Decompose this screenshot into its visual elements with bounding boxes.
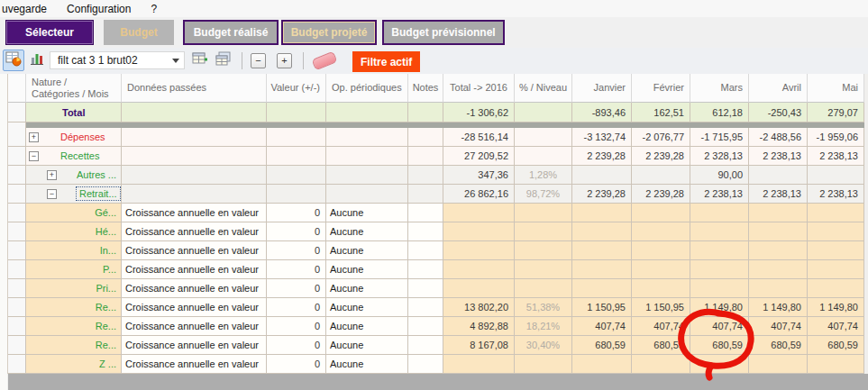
cell-mars[interactable] (690, 222, 749, 241)
cell-avr[interactable]: 407,74 (749, 317, 808, 336)
cell-total[interactable] (443, 241, 515, 260)
category-label[interactable]: Total (62, 107, 85, 118)
cell-jan[interactable]: 2 239,28 (572, 185, 632, 204)
cell-valeur[interactable]: 0 (267, 355, 326, 374)
cell-jan[interactable] (572, 222, 632, 241)
cell-jan[interactable]: -893,46 (572, 103, 632, 122)
cell-mai[interactable]: 2 238,13 (808, 147, 864, 166)
cell-mars[interactable] (690, 204, 749, 222)
cell-avr[interactable] (749, 222, 808, 241)
cell-fev[interactable]: -2 076,77 (632, 128, 690, 147)
collapse-all-button[interactable]: − (251, 53, 266, 68)
cell-fev[interactable] (632, 355, 690, 374)
cell-notes[interactable] (408, 103, 443, 122)
cell-avr[interactable]: 680,59 (749, 336, 808, 355)
cell-total[interactable] (443, 222, 515, 241)
cell-jan[interactable]: 1 150,95 (572, 298, 632, 317)
cell-avr[interactable]: -250,43 (749, 103, 808, 122)
cell-notes[interactable] (408, 222, 443, 241)
cell-fev[interactable]: 1 150,95 (632, 298, 690, 317)
eraser-icon[interactable] (312, 51, 338, 71)
column-header-jan[interactable]: Janvier (572, 74, 632, 103)
cell-donnees[interactable] (122, 128, 267, 147)
cell-valeur[interactable] (267, 166, 326, 185)
cell-sel[interactable] (8, 336, 26, 355)
cell-notes[interactable] (408, 317, 443, 336)
cell-mai[interactable] (808, 260, 864, 279)
cell-jan[interactable] (572, 355, 632, 374)
cell-notes[interactable] (408, 336, 443, 355)
cell-sel[interactable] (8, 222, 26, 241)
table-style-button[interactable] (3, 50, 24, 71)
cell-mai[interactable]: 2 238,13 (808, 185, 864, 204)
category-label[interactable]: In... (100, 245, 116, 256)
cell-total[interactable]: 26 862,16 (443, 185, 515, 204)
cell-op[interactable]: Aucune (326, 279, 408, 298)
cell-jan[interactable] (572, 204, 632, 222)
cell-mai[interactable] (808, 222, 864, 241)
cell-avr[interactable]: 2 238,13 (749, 185, 808, 204)
cell-valeur[interactable]: 0 (267, 204, 326, 222)
cell-avr[interactable] (749, 260, 808, 279)
cell-mars[interactable]: 90,00 (690, 166, 749, 185)
cell-avr[interactable] (749, 279, 808, 298)
column-header-op[interactable]: Op. périodiques (326, 74, 408, 103)
cell-total[interactable]: 4 892,88 (443, 317, 515, 336)
cell-pct[interactable]: 30,40% (515, 336, 572, 355)
cell-valeur[interactable]: 0 (267, 241, 326, 260)
category-label[interactable]: Re... (96, 321, 116, 331)
cell-total[interactable] (443, 260, 515, 279)
cell-mai[interactable] (808, 241, 864, 260)
column-header-fev[interactable]: Février (632, 74, 690, 103)
tab-selecteur[interactable]: Sélecteur (5, 20, 94, 45)
cell-jan[interactable]: 680,59 (572, 336, 632, 355)
cell-mars[interactable] (690, 279, 749, 298)
cell-notes[interactable] (408, 166, 443, 185)
category-label[interactable]: P... (103, 264, 116, 275)
tab-budget-previsionnel[interactable]: Budget prévisionnel (382, 20, 505, 45)
column-header-total[interactable]: Total -> 2016 (443, 74, 515, 103)
column-header-valeur[interactable]: Valeur (+/-) (267, 74, 326, 103)
cell-sel[interactable] (8, 185, 26, 204)
cell-mai[interactable] (808, 355, 864, 374)
column-header-mars[interactable]: Mars (690, 74, 749, 103)
cell-sel[interactable] (8, 241, 26, 260)
column-header-nature[interactable]: Nature / Catégories / Mois (26, 74, 122, 103)
cell-op[interactable] (326, 103, 408, 122)
expand-icon[interactable]: + (29, 132, 39, 142)
cell-pct[interactable] (515, 279, 572, 298)
filtre-actif-button[interactable]: Filtre actif (352, 51, 420, 72)
cell-total[interactable]: -28 516,14 (443, 128, 515, 147)
category-label[interactable]: Retrait... (77, 187, 120, 200)
cell-nature[interactable]: Pri... (26, 279, 122, 298)
cell-op[interactable]: Aucune (326, 298, 408, 317)
cell-nature[interactable]: +Autres ... (26, 166, 122, 185)
cell-sel[interactable] (8, 279, 26, 298)
cell-op[interactable]: Aucune (326, 204, 408, 222)
cell-total[interactable]: 27 209,52 (443, 147, 515, 166)
cell-notes[interactable] (408, 298, 443, 317)
cell-mai[interactable] (808, 166, 864, 185)
cell-mars[interactable]: 612,18 (690, 103, 749, 122)
collapse-icon[interactable]: − (29, 151, 39, 161)
chart-view-button[interactable] (26, 50, 48, 71)
cell-mars[interactable] (690, 355, 749, 374)
cell-mars[interactable]: -1 715,95 (690, 128, 749, 147)
cell-sel[interactable] (8, 103, 26, 122)
cell-sel[interactable] (8, 147, 26, 166)
cell-donnees[interactable]: Croissance annuelle en valeur (122, 317, 267, 336)
cell-pct[interactable] (515, 241, 572, 260)
cell-notes[interactable] (408, 185, 443, 204)
category-label[interactable]: Gé... (95, 207, 116, 218)
cell-fev[interactable]: 407,74 (632, 317, 690, 336)
cell-avr[interactable]: 1 149,80 (749, 298, 808, 317)
cell-notes[interactable] (408, 279, 443, 298)
cell-op[interactable]: Aucune (326, 355, 408, 374)
cell-fev[interactable] (632, 279, 690, 298)
category-label[interactable]: Hé... (96, 226, 116, 237)
cell-donnees[interactable] (122, 185, 267, 204)
tab-budget-projete[interactable]: Budget projeté (281, 20, 377, 45)
cell-sel[interactable] (8, 298, 26, 317)
cell-fev[interactable] (632, 166, 690, 185)
cell-fev[interactable] (632, 260, 690, 279)
